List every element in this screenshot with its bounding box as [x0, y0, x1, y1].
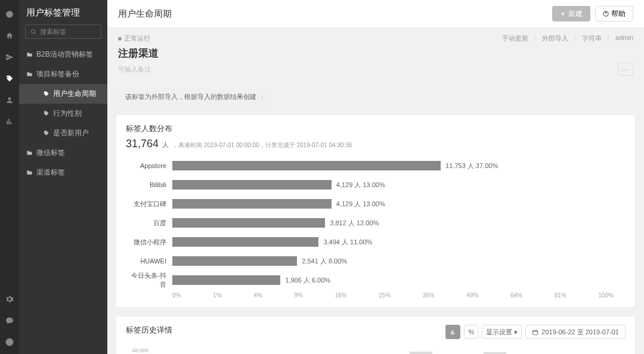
percent-mode-button[interactable]: %	[464, 325, 478, 339]
timestamp-info: ，基准时间 2019-07-01 00:00:00，计算完成于 2019-07-…	[172, 141, 352, 150]
send-icon[interactable]	[0, 48, 19, 67]
avatar-icon[interactable]	[0, 333, 19, 352]
meta-item: 手动更新	[502, 34, 528, 43]
hbar-label: 今日头条-抖音	[126, 271, 172, 289]
sidebar-item-0[interactable]: B2B活动营销标签	[19, 45, 107, 64]
x-tick: 4%	[253, 292, 262, 299]
meta-item: admin	[615, 34, 633, 43]
status-row: 正常运行 手动更新|外部导入|字符串|admin	[107, 28, 644, 43]
hbar-label: Bilibili	[126, 181, 172, 188]
hbar-value: 2,541 人 8.00%	[302, 257, 347, 266]
tag-icon	[43, 130, 49, 136]
hbar-value: 3,812 人 12.00%	[330, 219, 379, 228]
date-range-picker[interactable]: 2019-06-22 至 2019-07-01	[525, 325, 626, 339]
folder-icon	[26, 169, 33, 176]
meta-links: 手动更新|外部导入|字符串|admin	[502, 34, 633, 43]
page-heading: 注册渠道	[118, 46, 633, 60]
hbar-label: 微信小程序	[126, 238, 172, 247]
hbar-row: 百度3,812 人 12.00%	[172, 216, 614, 230]
x-tick: 0%	[172, 292, 181, 299]
new-button[interactable]: 新建	[552, 6, 590, 21]
hbar-fill	[172, 218, 325, 228]
folder-icon	[26, 150, 33, 156]
hbar-label: HUAWEI	[126, 257, 172, 265]
home-icon[interactable]	[0, 26, 19, 45]
topbar: 用户生命周期 新建 帮助	[107, 0, 644, 28]
tag-icon	[43, 110, 49, 117]
sidebar-item-label: 是否新用户	[53, 128, 89, 138]
chat-icon[interactable]	[0, 311, 19, 330]
stack-segment	[410, 352, 432, 354]
remark-input[interactable]: 可输入备注	[118, 65, 151, 74]
help-button[interactable]: 帮助	[595, 6, 633, 21]
display-settings-button[interactable]: 显示设置 ▾	[482, 325, 522, 339]
x-tick: 16%	[335, 292, 346, 299]
dist-title: 标签人数分布	[126, 123, 626, 134]
logo-icon[interactable]	[0, 5, 19, 24]
hbar-label: 支付宝口碑	[126, 200, 172, 209]
y-tick: 48,000	[126, 347, 148, 353]
hbar-value: 4,129 人 13.00%	[336, 181, 385, 190]
status-text: 正常运行	[124, 34, 150, 43]
search-placeholder: 搜索标签	[40, 27, 66, 36]
hbar-row: 微信小程序3,494 人 11.00%	[172, 235, 614, 249]
icon-rail	[0, 0, 19, 354]
main: 用户生命周期 新建 帮助 正常运行 手动更新|外部导入|字符串|admin 注册…	[107, 0, 644, 354]
svg-point-1	[6, 339, 14, 346]
calendar-icon	[532, 329, 538, 336]
hbar-label: 百度	[126, 219, 172, 228]
x-tick: 100%	[598, 292, 614, 299]
chart-mode-button[interactable]	[445, 325, 460, 339]
hbar-value: 1,906 人 6.00%	[285, 276, 330, 285]
status-dot-icon	[118, 37, 122, 41]
x-tick: 81%	[555, 292, 566, 299]
sidebar-item-label: B2B活动营销标签	[36, 49, 93, 60]
x-tick: 9%	[294, 292, 302, 299]
stack-column	[484, 352, 506, 354]
hbar-chart: Appstore11,753 人 37.00%Bilibili4,129 人 1…	[126, 159, 626, 287]
hbar-value: 3,494 人 11.00%	[323, 238, 372, 247]
sidebar-item-5[interactable]: 微信标签	[19, 143, 107, 163]
hist-title: 标签历史详情	[126, 325, 172, 336]
stack-segment	[484, 352, 506, 354]
meta-item: 外部导入	[542, 34, 568, 43]
sidebar-item-3[interactable]: 行为性别	[19, 104, 107, 123]
chart-icon[interactable]	[0, 112, 19, 131]
x-tick: 36%	[423, 292, 435, 299]
user-icon[interactable]	[0, 91, 19, 110]
info-chip[interactable]: 该标签为外部导入，根据导入的数据结果创建 ›	[118, 88, 271, 106]
x-axis: 0%1%4%9%16%25%36%49%64%81%100%	[172, 292, 614, 299]
svg-rect-5	[533, 330, 538, 334]
sidebar-nav: B2B活动营销标签项目标签备份用户生命周期行为性别是否新用户微信标签渠道标签	[19, 45, 107, 182]
folder-icon	[26, 71, 33, 77]
hbar-value: 11,753 人 37.00%	[445, 162, 498, 170]
hbar-fill	[172, 199, 332, 209]
sidebar-item-label: 项目标签备份	[36, 69, 79, 79]
y-axis: 48,00036,00024,00012,000	[126, 347, 148, 354]
svg-point-0	[6, 11, 13, 18]
bar-chart-icon	[450, 329, 456, 336]
hbar-fill	[172, 237, 318, 247]
sidebar-item-label: 渠道标签	[36, 167, 65, 178]
history-panel: 标签历史详情 % 显示设置 ▾ 2019-06-22 至 2019-07-01	[116, 316, 636, 354]
sidebar-item-2[interactable]: 用户生命周期	[19, 84, 107, 104]
search-icon	[30, 29, 37, 35]
more-button[interactable]: ···	[618, 63, 633, 76]
hbar-row: 今日头条-抖音1,906 人 6.00%	[172, 273, 614, 287]
tag-icon[interactable]	[0, 69, 19, 88]
search-input[interactable]: 搜索标签	[25, 24, 101, 39]
sidebar-item-label: 行为性别	[53, 108, 82, 119]
stacked-chart: 48,00036,00024,00012,000	[126, 347, 626, 354]
folder-icon	[26, 51, 33, 58]
total-count: 31,764	[126, 138, 159, 150]
sidebar-item-4[interactable]: 是否新用户	[19, 123, 107, 143]
sidebar-item-1[interactable]: 项目标签备份	[19, 64, 107, 84]
sidebar-item-6[interactable]: 渠道标签	[19, 163, 107, 182]
gear-icon[interactable]	[0, 290, 19, 309]
sidebar: 用户标签管理 搜索标签 B2B活动营销标签项目标签备份用户生命周期行为性别是否新…	[19, 0, 107, 354]
chevron-right-icon: ›	[261, 94, 264, 101]
hbar-fill	[172, 180, 332, 190]
hbar-fill	[172, 161, 441, 170]
hbar-row: Bilibili4,129 人 13.00%	[172, 178, 614, 192]
hbar-row: Appstore11,753 人 37.00%	[172, 159, 614, 173]
